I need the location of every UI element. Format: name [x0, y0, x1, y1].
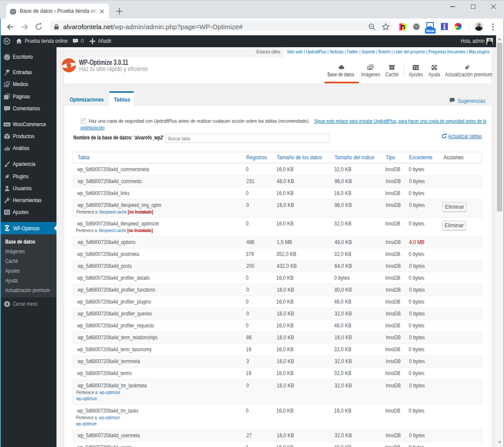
svg-text:woo: woo — [4, 123, 9, 126]
svg-text:W: W — [5, 39, 9, 44]
svg-text:W: W — [414, 24, 418, 29]
